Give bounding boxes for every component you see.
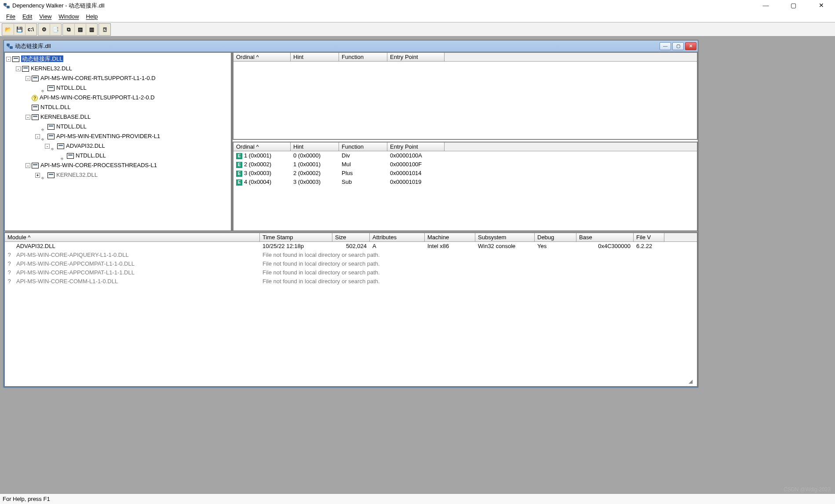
resize-grip-icon[interactable]: ◢ xyxy=(689,378,696,385)
module-icon xyxy=(32,163,39,168)
svg-rect-2 xyxy=(7,44,9,45)
imports-pane[interactable]: Ordinal ^HintFunctionEntry Point xyxy=(233,52,698,140)
module-icon xyxy=(32,76,39,81)
expand-icon[interactable]: ⧉ xyxy=(63,24,74,35)
module-list-pane[interactable]: Module ^Time StampSizeAttributesMachineS… xyxy=(4,232,698,387)
column-header[interactable]: Hint xyxy=(291,142,339,151)
module-icon xyxy=(57,143,64,149)
module-window-titlebar[interactable]: 动态链接库.dll — ▢ ✕ xyxy=(4,40,698,52)
expand-toggle[interactable]: - xyxy=(26,163,30,168)
menu-view[interactable]: View xyxy=(36,12,55,21)
module-name: API-MS-WIN-CORE-APIQUERY-L1-1-0.DLL xyxy=(14,251,260,259)
module-icon xyxy=(47,134,55,139)
menu-window[interactable]: Window xyxy=(55,12,82,21)
export-icon: E xyxy=(236,179,242,186)
column-header[interactable]: Subsystem xyxy=(475,233,535,241)
column-header[interactable]: Ordinal ^ xyxy=(233,53,291,61)
expand-toggle[interactable]: + xyxy=(35,173,40,178)
menu-file[interactable]: File xyxy=(3,12,19,21)
tree-node-label: ADVAPI32.DLL xyxy=(66,142,105,149)
column-header[interactable]: Machine xyxy=(425,233,475,241)
expand-toggle[interactable]: - xyxy=(45,144,50,149)
missing-module-icon: ? xyxy=(7,268,11,277)
export-row[interactable]: E3 (0x0003)2 (0x0002)Plus0x00001014 xyxy=(233,169,697,178)
column-header[interactable]: Function xyxy=(339,142,387,151)
maximize-button[interactable]: ▢ xyxy=(780,0,807,11)
column-header[interactable]: Debug xyxy=(535,233,576,241)
fullpath-icon[interactable]: ▥ xyxy=(86,24,97,35)
open-icon[interactable]: 📂 xyxy=(2,24,14,35)
module-row[interactable]: ?API-MS-WIN-CORE-APPCOMPAT-L1-1-0.DLLFil… xyxy=(5,259,697,268)
column-header[interactable]: Module ^ xyxy=(5,233,260,241)
column-header[interactable]: Attributes xyxy=(370,233,425,241)
tree-node[interactable]: -API-MS-WIN-CORE-PROCESSTHREADS-L1 xyxy=(6,161,230,170)
menu-bar: File Edit View Window Help xyxy=(0,11,835,22)
tree-node-label: API-MS-WIN-CORE-RTLSUPPORT-L1-2-0.D xyxy=(40,94,155,101)
missing-module-icon: ? xyxy=(7,277,11,286)
column-header[interactable]: Entry Point xyxy=(387,142,445,151)
profile-icon[interactable]: ⚙︎ xyxy=(38,24,50,35)
copy-icon[interactable]: 📑 xyxy=(50,24,61,35)
module-row[interactable]: ?API-MS-WIN-CORE-COMM-L1-1-0.DLLFile not… xyxy=(5,277,697,286)
column-header[interactable]: Time Stamp xyxy=(260,233,332,241)
tree-node-label: NTDLL.DLL xyxy=(56,84,87,91)
export-row[interactable]: E4 (0x0004)3 (0x0003)Sub0x00001019 xyxy=(233,178,697,186)
svg-rect-0 xyxy=(4,3,6,5)
minimize-button[interactable]: — xyxy=(752,0,780,11)
tree-node[interactable]: -API-MS-WIN-EVENTING-PROVIDER-L1 xyxy=(6,131,230,141)
expand-toggle[interactable]: - xyxy=(35,134,40,139)
inner-close-button[interactable]: ✕ xyxy=(685,42,696,50)
tree-node-label: KERNEL32.DLL xyxy=(31,65,72,72)
module-row[interactable]: ADVAPI32.DLL10/25/22 12:18p502,024AIntel… xyxy=(5,242,697,251)
module-error-message: File not found in local directory or sea… xyxy=(260,259,383,268)
module-row[interactable]: ?API-MS-WIN-CORE-APIQUERY-L1-1-0.DLLFile… xyxy=(5,251,697,259)
svg-rect-3 xyxy=(10,46,12,48)
export-icon: E xyxy=(236,171,242,177)
tree-node-label: NTDLL.DLL xyxy=(40,104,71,110)
column-header[interactable]: Base xyxy=(576,233,634,241)
expand-toggle[interactable]: - xyxy=(26,115,30,120)
tree-node[interactable]: -KERNEL32.DLL xyxy=(6,64,230,73)
module-window-body: -动态链接库.DLL-KERNEL32.DLL-API-MS-WIN-CORE-… xyxy=(4,52,698,387)
tree-node[interactable]: -API-MS-WIN-CORE-RTLSUPPORT-L1-1-0.D xyxy=(6,73,230,83)
autofit-icon[interactable]: ▤ xyxy=(74,24,86,35)
module-row[interactable]: ?API-MS-WIN-CORE-APPCOMPAT-L1-1-1.DLLFil… xyxy=(5,268,697,277)
whatsthis-icon[interactable]: ⍰ xyxy=(99,24,110,35)
export-row[interactable]: E2 (0x0002)1 (0x0001)Mul0x0000100F xyxy=(233,160,697,169)
tree-node[interactable]: ?API-MS-WIN-CORE-RTLSUPPORT-L1-2-0.D xyxy=(6,93,230,102)
expand-toggle[interactable]: - xyxy=(16,66,21,71)
column-header[interactable]: Ordinal ^ xyxy=(233,142,291,151)
column-header[interactable]: File V xyxy=(634,233,664,241)
tree-node[interactable]: NTDLL.DLL xyxy=(6,122,230,131)
dependency-walker-icon xyxy=(4,3,10,9)
column-header[interactable]: Entry Point xyxy=(387,53,445,61)
dependency-tree-pane[interactable]: -动态链接库.DLL-KERNEL32.DLL-API-MS-WIN-CORE-… xyxy=(4,52,233,231)
toolbar: 📂💾c:\⚙︎📑⧉▤▥⍰ xyxy=(0,22,835,37)
tree-node[interactable]: -动态链接库.DLL xyxy=(6,54,230,64)
tree-node[interactable]: NTDLL.DLL xyxy=(6,83,230,93)
export-row[interactable]: E1 (0x0001)0 (0x0000)Div0x0000100A xyxy=(233,151,697,160)
forward-icon xyxy=(61,153,66,159)
close-button[interactable]: ✕ xyxy=(807,0,835,11)
tree-node[interactable]: NTDLL.DLL xyxy=(6,102,230,112)
menu-edit[interactable]: Edit xyxy=(19,12,36,21)
exports-pane[interactable]: Ordinal ^HintFunctionEntry Point E1 (0x0… xyxy=(233,142,698,231)
module-icon xyxy=(32,105,39,110)
cdrive-icon[interactable]: c:\ xyxy=(25,24,36,35)
expand-toggle[interactable]: - xyxy=(26,76,30,81)
missing-module-icon: ? xyxy=(32,95,38,101)
column-header[interactable]: Size xyxy=(332,233,370,241)
tree-node-label: API-MS-WIN-CORE-RTLSUPPORT-L1-1-0.D xyxy=(40,75,156,81)
menu-help[interactable]: Help xyxy=(83,12,102,21)
column-header[interactable]: Hint xyxy=(291,53,339,61)
inner-minimize-button[interactable]: — xyxy=(660,42,671,50)
tree-node[interactable]: +KERNEL32.DLL xyxy=(6,170,230,180)
tree-node[interactable]: NTDLL.DLL xyxy=(6,151,230,161)
column-header[interactable]: Function xyxy=(339,53,387,61)
save-icon[interactable]: 💾 xyxy=(14,24,25,35)
expand-toggle[interactable]: - xyxy=(6,57,11,62)
inner-maximize-button[interactable]: ▢ xyxy=(672,42,684,50)
module-name: ADVAPI32.DLL xyxy=(14,242,260,251)
tree-node[interactable]: -KERNELBASE.DLL xyxy=(6,112,230,122)
tree-node[interactable]: -ADVAPI32.DLL xyxy=(6,141,230,151)
